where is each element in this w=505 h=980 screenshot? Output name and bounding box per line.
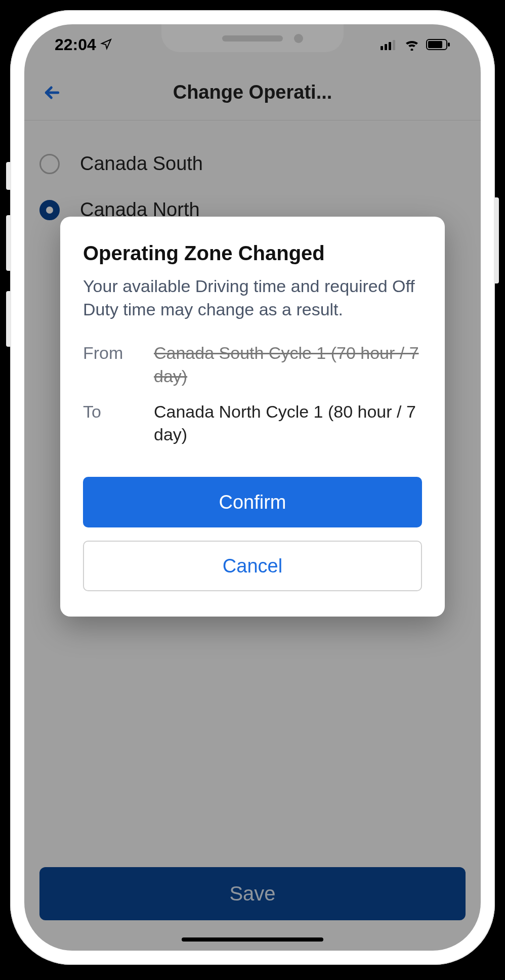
- dialog-title: Operating Zone Changed: [83, 242, 422, 265]
- to-value: Canada North Cycle 1 (80 hour / 7 day): [154, 400, 422, 447]
- cancel-button[interactable]: Cancel: [83, 541, 422, 591]
- modal-overlay[interactable]: Operating Zone Changed Your available Dr…: [24, 24, 481, 951]
- phone-side-buttons-right: [495, 197, 499, 283]
- change-from-row: From Canada South Cycle 1 (70 hour / 7 d…: [83, 342, 422, 388]
- from-label: From: [83, 342, 139, 388]
- dialog-body: Your available Driving time and required…: [83, 275, 422, 321]
- confirm-button[interactable]: Confirm: [83, 477, 422, 527]
- phone-side-buttons-left: [6, 162, 10, 347]
- phone-screen: 22:04 Change Opera: [24, 24, 481, 951]
- change-to-row: To Canada North Cycle 1 (80 hour / 7 day…: [83, 400, 422, 447]
- to-label: To: [83, 400, 139, 447]
- confirm-dialog: Operating Zone Changed Your available Dr…: [60, 217, 445, 617]
- from-value: Canada South Cycle 1 (70 hour / 7 day): [154, 342, 422, 388]
- phone-frame: 22:04 Change Opera: [10, 10, 495, 965]
